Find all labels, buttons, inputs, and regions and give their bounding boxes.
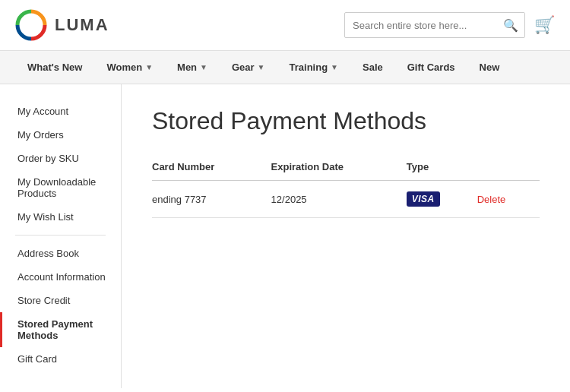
luma-logo-icon (15, 9, 47, 41)
header: LUMA 🔍 🛒 (0, 0, 570, 51)
visa-logo: VISA (407, 191, 440, 207)
delete-button[interactable]: Delete (477, 194, 506, 205)
sidebar-item-downloadable-products[interactable]: My Downloadable Products (0, 170, 121, 205)
logo-text: LUMA (55, 15, 109, 35)
nav-item-sale[interactable]: Sale (350, 51, 395, 84)
col-header-type: Type (407, 153, 477, 181)
content-area: Stored Payment Methods Card Number Expir… (122, 84, 570, 388)
search-input[interactable] (345, 20, 497, 31)
table-row: ending 7737 12/2025 VISA Delete (152, 181, 540, 218)
chevron-down-icon: ▼ (145, 63, 153, 71)
main-nav: What's New Women ▼ Men ▼ Gear ▼ Training… (0, 51, 570, 84)
expiration-date-cell: 12/2025 (271, 181, 407, 218)
page-title: Stored Payment Methods (152, 107, 540, 135)
sidebar-item-store-credit[interactable]: Store Credit (0, 289, 121, 312)
sidebar-divider (15, 235, 106, 236)
sidebar-item-gift-card[interactable]: Gift Card (0, 347, 121, 371)
col-header-expiration: Expiration Date (271, 153, 407, 181)
action-cell: Delete (477, 181, 540, 218)
logo-area: LUMA (15, 9, 109, 41)
sidebar: My Account My Orders Order by SKU My Dow… (0, 84, 122, 388)
nav-item-gift-cards[interactable]: Gift Cards (395, 51, 467, 84)
header-right: 🔍 🛒 (344, 12, 555, 38)
sidebar-item-wish-list[interactable]: My Wish List (0, 205, 121, 229)
sidebar-item-my-orders[interactable]: My Orders (0, 123, 121, 147)
sidebar-item-stored-payment-methods[interactable]: Stored Payment Methods (0, 312, 121, 347)
sidebar-item-account-information[interactable]: Account Information (0, 265, 121, 289)
nav-item-women[interactable]: Women ▼ (94, 51, 165, 84)
nav-item-new[interactable]: New (467, 51, 512, 84)
col-header-action (477, 153, 540, 181)
nav-item-training[interactable]: Training ▼ (277, 51, 350, 84)
sidebar-item-address-book[interactable]: Address Book (0, 242, 121, 265)
search-box[interactable]: 🔍 (344, 12, 525, 38)
sidebar-item-my-account[interactable]: My Account (0, 100, 121, 123)
search-icon: 🔍 (503, 18, 518, 33)
chevron-down-icon: ▼ (200, 63, 207, 71)
chevron-down-icon: ▼ (258, 63, 265, 71)
nav-item-gear[interactable]: Gear ▼ (220, 51, 277, 84)
main-layout: My Account My Orders Order by SKU My Dow… (0, 84, 570, 388)
cart-icon[interactable]: 🛒 (534, 15, 555, 35)
sidebar-item-order-by-sku[interactable]: Order by SKU (0, 147, 121, 170)
nav-item-men[interactable]: Men ▼ (165, 51, 220, 84)
nav-item-whats-new[interactable]: What's New (15, 51, 94, 84)
chevron-down-icon: ▼ (331, 63, 338, 71)
card-number-cell: ending 7737 (152, 181, 271, 218)
search-button[interactable]: 🔍 (497, 13, 524, 37)
col-header-card-number: Card Number (152, 153, 271, 181)
payment-methods-table: Card Number Expiration Date Type ending … (152, 153, 540, 218)
card-type-cell: VISA (407, 181, 477, 218)
